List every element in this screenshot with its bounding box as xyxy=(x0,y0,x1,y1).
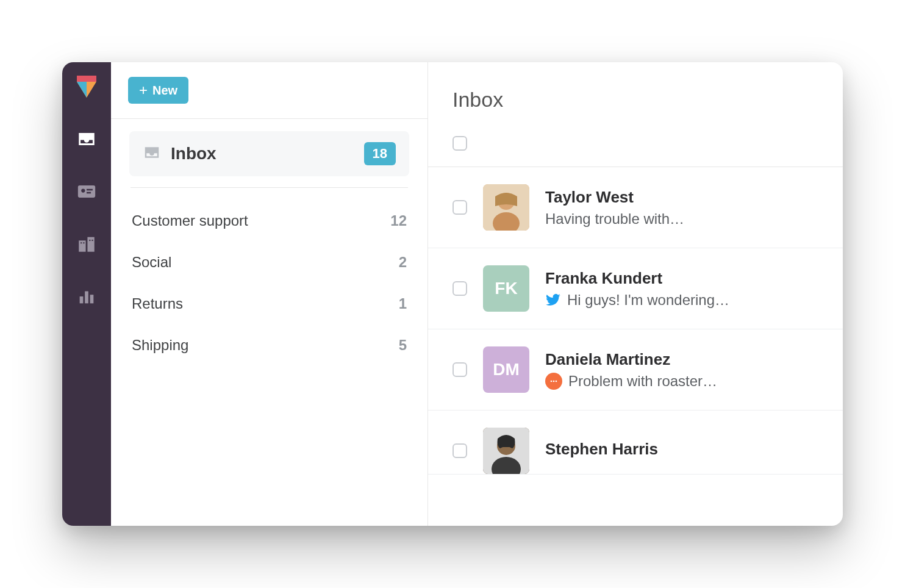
nav-reports[interactable] xyxy=(68,279,105,316)
folder-count: 1 xyxy=(399,295,407,312)
folder-list: Inbox 18 Customer support 12 Social 2 Re… xyxy=(111,119,427,378)
svg-rect-15 xyxy=(90,295,94,303)
svg-rect-11 xyxy=(89,240,90,241)
avatar-initials: DM xyxy=(493,360,520,379)
new-button-label: New xyxy=(152,84,177,98)
inbox-tray-icon xyxy=(76,129,97,152)
plus-icon: + xyxy=(139,83,148,98)
folder-label: Social xyxy=(132,254,171,271)
inbox-tray-icon xyxy=(143,143,161,164)
folder-inbox-count: 18 xyxy=(364,142,396,165)
svg-rect-12 xyxy=(92,240,93,241)
folder-count: 5 xyxy=(399,337,407,354)
conversation-preview: Hi guys! I'm wondering… xyxy=(545,292,818,309)
folder-panel: + New Inbox 18 Customer support 12 Socia… xyxy=(111,62,428,526)
conversation-text: Taylor West Having trouble with… xyxy=(545,188,818,228)
folder-returns[interactable]: Returns 1 xyxy=(129,283,409,324)
conversation-panel: Inbox Taylor West Having trouble with… xyxy=(428,62,843,526)
svg-rect-13 xyxy=(80,296,84,303)
svg-marker-0 xyxy=(77,76,96,82)
svg-point-4 xyxy=(81,188,85,192)
svg-point-19 xyxy=(551,380,553,382)
svg-rect-10 xyxy=(83,242,84,243)
avatar xyxy=(483,428,529,474)
conversation-name: Stephen Harris xyxy=(545,440,818,459)
folder-count: 2 xyxy=(399,254,407,271)
preview-text: Problem with roaster… xyxy=(568,373,717,390)
nav-contacts[interactable] xyxy=(68,174,105,211)
top-bar: + New xyxy=(111,62,427,119)
conversation-item[interactable]: Stephen Harris xyxy=(428,411,843,475)
conversation-checkbox[interactable] xyxy=(452,281,467,296)
conversation-text: Franka Kundert Hi guys! I'm wondering… xyxy=(545,269,818,309)
svg-point-20 xyxy=(553,380,555,382)
folder-social[interactable]: Social 2 xyxy=(129,242,409,283)
svg-rect-5 xyxy=(87,189,93,191)
conversation-preview: Having trouble with… xyxy=(545,210,818,228)
conversation-name: Taylor West xyxy=(545,188,818,207)
folder-customer-support[interactable]: Customer support 12 xyxy=(129,200,409,242)
twitter-icon xyxy=(545,292,561,308)
svg-rect-8 xyxy=(87,237,94,252)
conversation-list: Taylor West Having trouble with… FK Fran… xyxy=(428,167,843,526)
svg-rect-7 xyxy=(79,240,85,251)
preview-text: Having trouble with… xyxy=(545,210,684,228)
icon-rail xyxy=(62,62,111,526)
page-title: Inbox xyxy=(452,88,818,112)
preview-text: Hi guys! I'm wondering… xyxy=(567,292,729,309)
folder-inbox-label: Inbox xyxy=(171,144,354,163)
app-logo xyxy=(73,73,100,100)
conversation-checkbox[interactable] xyxy=(452,200,467,215)
conversation-item[interactable]: FK Franka Kundert Hi guys! I'm wondering… xyxy=(428,248,843,329)
conversation-header: Inbox xyxy=(428,62,843,129)
new-button[interactable]: + New xyxy=(128,77,188,104)
conversation-preview: Problem with roaster… xyxy=(545,373,818,390)
svg-marker-2 xyxy=(77,82,87,98)
folder-label: Returns xyxy=(132,295,183,312)
svg-rect-14 xyxy=(85,292,88,304)
conversation-text: Stephen Harris xyxy=(545,440,818,462)
folder-inbox[interactable]: Inbox 18 xyxy=(129,131,409,176)
conversation-item[interactable]: DM Daniela Martinez Problem with roaster… xyxy=(428,329,843,411)
divider xyxy=(131,187,408,188)
conversation-checkbox[interactable] xyxy=(452,362,467,377)
svg-rect-6 xyxy=(87,192,91,194)
conversation-text: Daniela Martinez Problem with roaster… xyxy=(545,350,818,390)
folder-label: Customer support xyxy=(132,212,248,229)
svg-rect-9 xyxy=(80,242,82,243)
avatar: DM xyxy=(483,346,529,393)
select-all-row xyxy=(428,129,843,167)
nav-organization[interactable] xyxy=(68,227,105,264)
folder-count: 12 xyxy=(390,212,407,229)
chat-bubble-icon xyxy=(545,373,562,390)
avatar: FK xyxy=(483,265,529,312)
folder-label: Shipping xyxy=(132,337,188,354)
svg-rect-3 xyxy=(78,185,95,198)
avatar-initials: FK xyxy=(495,279,517,298)
bar-chart-icon xyxy=(76,286,97,309)
conversation-checkbox[interactable] xyxy=(452,443,467,458)
svg-rect-25 xyxy=(500,443,512,447)
select-all-checkbox[interactable] xyxy=(452,136,467,151)
conversation-name: Franka Kundert xyxy=(545,269,818,288)
avatar xyxy=(483,184,529,231)
svg-point-21 xyxy=(556,380,557,382)
conversation-name: Daniela Martinez xyxy=(545,350,818,369)
conversation-item[interactable]: Taylor West Having trouble with… xyxy=(428,167,843,248)
folder-shipping[interactable]: Shipping 5 xyxy=(129,324,409,366)
building-icon xyxy=(76,234,97,257)
app-frame: + New Inbox 18 Customer support 12 Socia… xyxy=(62,62,843,526)
contact-card-icon xyxy=(76,181,97,204)
nav-inbox[interactable] xyxy=(68,122,105,159)
